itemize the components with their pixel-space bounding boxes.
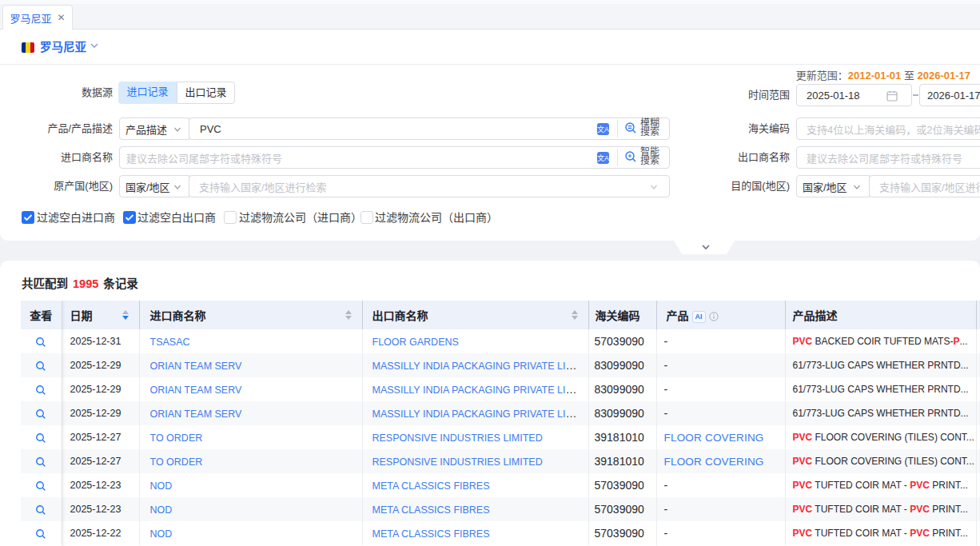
svg-text:文A: 文A — [597, 125, 609, 134]
svg-text:文A: 文A — [597, 153, 609, 162]
